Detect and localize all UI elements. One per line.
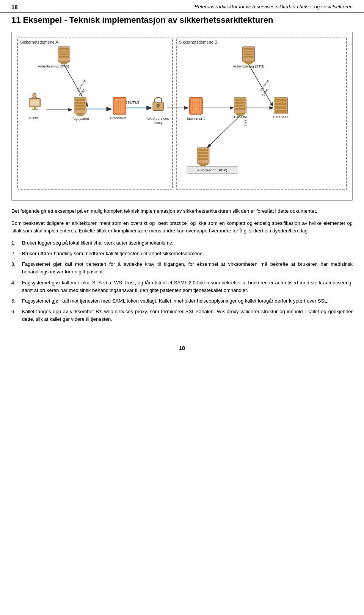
chapter-title-text: Eksempel - Teknisk implementasjon av sik… bbox=[23, 15, 273, 25]
chapter-title: 11 Eksempel - Teknisk implementasjon av … bbox=[11, 15, 353, 26]
page-footer: 18 bbox=[0, 343, 364, 353]
svg-rect-25 bbox=[75, 99, 85, 100]
svg-rect-59 bbox=[275, 99, 286, 101]
fagsystem-server bbox=[74, 97, 86, 116]
svg-rect-5 bbox=[59, 53, 69, 55]
list-item-text: Fagsystemet gjør kall mot tjenesten for … bbox=[22, 260, 353, 276]
list-item-number: 3. bbox=[11, 260, 22, 276]
svg-rect-65 bbox=[198, 152, 208, 154]
list-item: 2.Bruker utfører handling som medfører k… bbox=[11, 250, 353, 257]
svg-rect-3 bbox=[59, 48, 69, 50]
list-item-number: 2. bbox=[11, 250, 22, 257]
svg-line-17 bbox=[249, 64, 273, 106]
autorisering-label: Autorisering (PDP) bbox=[197, 168, 227, 172]
sts-a-server bbox=[58, 47, 70, 64]
svg-rect-53 bbox=[235, 105, 245, 107]
svg-rect-12 bbox=[244, 53, 254, 55]
intro-paragraph: Det følgende gir ett eksempel på en muli… bbox=[11, 207, 353, 215]
list-item-number: 4. bbox=[11, 279, 22, 294]
svg-rect-0 bbox=[17, 38, 173, 189]
page-number-left: 18 bbox=[11, 4, 18, 10]
architecture-diagram: Sikkerhetsdomene A Sikkerhetsdomene B Au… bbox=[11, 32, 353, 201]
body-para-2: Som beskrevet tidligere er arkitekturen … bbox=[11, 220, 353, 235]
svg-line-70 bbox=[208, 115, 240, 147]
svg-rect-54 bbox=[235, 108, 245, 110]
svg-rect-64 bbox=[198, 149, 208, 151]
svg-rect-10 bbox=[244, 48, 254, 50]
main-content: 11 Eksempel - Teknisk implementasjon av … bbox=[0, 15, 364, 339]
klient-icon bbox=[29, 93, 41, 110]
page-header: 18 Referansearkitektur for web services … bbox=[0, 0, 364, 13]
brannmur1-icon bbox=[113, 97, 126, 114]
svg-rect-55 bbox=[236, 113, 245, 115]
svg-rect-27 bbox=[75, 105, 85, 107]
svg-rect-21 bbox=[32, 108, 38, 110]
ssl-tls-label: SSL/TLS bbox=[125, 100, 139, 104]
list-item-number: 6. bbox=[11, 308, 22, 323]
ws-proxy-label2: proxy bbox=[154, 121, 163, 125]
autorisering-box bbox=[197, 147, 209, 166]
diagram-svg: Sikkerhetsdomene A Sikkerhetsdomene B Au… bbox=[16, 36, 348, 195]
svg-rect-41 bbox=[157, 105, 159, 107]
svg-rect-30 bbox=[77, 115, 83, 116]
fagsystem-label: Fagsystem bbox=[71, 116, 89, 121]
list-item-number: 1. bbox=[11, 239, 22, 247]
svg-rect-68 bbox=[199, 163, 208, 165]
svg-rect-60 bbox=[275, 102, 286, 105]
list-item-text: Fagsystemet gjør kall mot tjenesten med … bbox=[22, 297, 353, 305]
svg-rect-51 bbox=[235, 99, 245, 100]
svg-point-22 bbox=[33, 93, 36, 97]
svg-rect-67 bbox=[198, 158, 208, 160]
svg-rect-69 bbox=[200, 165, 206, 166]
list-item: 3.Fagsystemet gjør kall mot tjenesten fo… bbox=[11, 260, 353, 276]
svg-rect-13 bbox=[244, 56, 254, 57]
brannmur1-label: Brannmur 1 bbox=[110, 116, 129, 120]
brannmur2-label: Brannmur 2 bbox=[187, 116, 205, 121]
list-item-text: Fagsystemet gjør kall mot lokal STS vha.… bbox=[22, 279, 353, 294]
list-item-text: Bruker utfører handling som medfører kal… bbox=[22, 250, 353, 257]
numbered-list: 1.Bruker logger seg på lokal klient vha.… bbox=[11, 239, 353, 323]
svg-rect-52 bbox=[235, 102, 245, 104]
domain-b-label: Sikkerhetsdomene B bbox=[179, 40, 217, 44]
ws-proxy-label1: Web services bbox=[147, 116, 169, 121]
list-item: 4.Fagsystemet gjør kall mot lokal STS vh… bbox=[11, 279, 353, 294]
svg-rect-29 bbox=[76, 113, 85, 115]
list-item-text: Kallet fanges opp av virksomhet B's web … bbox=[22, 308, 353, 323]
svg-rect-4 bbox=[59, 51, 69, 52]
brannmur2-icon bbox=[190, 97, 202, 114]
list-item: 1.Bruker logger seg på lokal klient vha.… bbox=[11, 239, 353, 247]
svg-rect-14 bbox=[244, 61, 253, 63]
sts-b-server bbox=[243, 47, 255, 64]
svg-rect-28 bbox=[75, 108, 85, 110]
svg-rect-66 bbox=[198, 155, 208, 157]
svg-rect-62 bbox=[275, 110, 286, 113]
list-item: 6.Kallet fanges opp av virksomhet B's we… bbox=[11, 308, 353, 323]
domain-a-label: Sikkerhetsdomene A bbox=[20, 40, 58, 44]
footer-page-number: 18 bbox=[179, 345, 185, 351]
tjeneste-server bbox=[234, 97, 246, 116]
svg-rect-26 bbox=[75, 102, 85, 104]
klient-label: Klient bbox=[29, 116, 38, 120]
svg-rect-61 bbox=[275, 106, 286, 109]
database-icon bbox=[274, 97, 287, 114]
ws-proxy-icon bbox=[153, 97, 163, 110]
database-label: Database bbox=[273, 115, 289, 119]
svg-rect-19 bbox=[30, 99, 39, 105]
svg-rect-11 bbox=[244, 51, 254, 52]
chapter-number: 11 bbox=[11, 15, 20, 25]
saml-label: SAML bbox=[244, 119, 247, 127]
svg-rect-6 bbox=[59, 56, 69, 57]
list-item: 5.Fagsystemet gjør kall mot tjenesten me… bbox=[11, 297, 353, 305]
svg-rect-20 bbox=[34, 107, 36, 108]
svg-rect-7 bbox=[60, 61, 69, 63]
list-item-number: 5. bbox=[11, 297, 22, 305]
list-item-text: Bruker logger seg på lokal klient vha. s… bbox=[22, 239, 353, 247]
page-title-header: Referansearkitektur for web services sik… bbox=[195, 4, 353, 9]
